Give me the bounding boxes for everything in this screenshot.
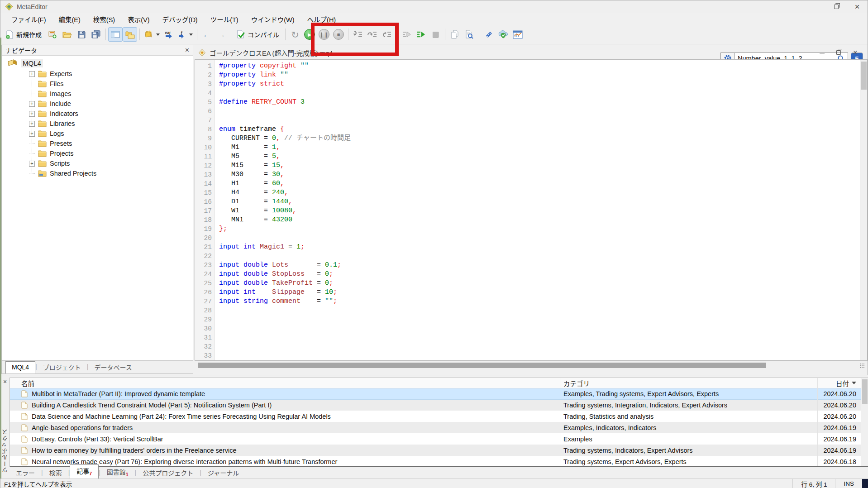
save-button[interactable] <box>74 27 89 42</box>
editor-panel: ゴールデンクロスEA (超入門-完成版).mq4 × 1234567891011… <box>195 46 868 369</box>
toolbox-tab-記事[interactable]: 記事7 <box>70 464 99 479</box>
toolbox-tab-図書館[interactable]: 図書館1 <box>100 466 135 479</box>
menu-item[interactable]: ファイル(F) <box>5 13 52 25</box>
editor-tab-title[interactable]: ゴールデンクロスEA (超入門-完成版).mq4 <box>210 48 333 57</box>
styler-button[interactable] <box>482 27 496 42</box>
templates-button[interactable] <box>142 27 162 42</box>
restart-button[interactable]: ↻ <box>288 27 302 42</box>
article-row[interactable]: Multibot in MetaTrader (Part II): Improv… <box>10 388 868 400</box>
profiler-button[interactable] <box>448 27 462 42</box>
tree-item-images[interactable]: Images <box>2 89 193 99</box>
tree-item-scripts[interactable]: +Scripts <box>2 158 193 168</box>
step-over-button[interactable] <box>365 27 380 42</box>
tree-item-shared-projects[interactable]: Shared Projects <box>2 168 193 178</box>
close-button[interactable]: × <box>847 0 868 13</box>
tree-item-libraries[interactable]: +Libraries <box>2 119 193 129</box>
code-editor[interactable]: 1234567891011121314151617181920212223242… <box>195 59 868 361</box>
menu-item[interactable]: ウインドウ(W) <box>245 13 301 25</box>
back-button[interactable]: ← <box>200 27 214 42</box>
articles-scrollbar-thumb[interactable] <box>862 379 868 404</box>
mql4-book-icon <box>7 58 17 67</box>
toggle-navigator-button[interactable] <box>108 27 123 42</box>
article-date-cell: 2024.06.20 <box>817 402 861 409</box>
restore-button[interactable] <box>826 0 847 13</box>
code-line <box>219 315 867 324</box>
toolbox-tab-エラー[interactable]: エラー <box>10 467 41 479</box>
menu-item[interactable]: 編集(E) <box>52 13 87 25</box>
article-row[interactable]: Angle-based operations for tradersExampl… <box>10 422 868 434</box>
tree-item-files[interactable]: Files <box>2 79 193 89</box>
line-number: 33 <box>195 351 212 360</box>
navigator-close-icon[interactable]: × <box>185 47 189 54</box>
code-line: #property link "" <box>219 71 867 80</box>
toolbox-tab-検索[interactable]: 検索 <box>43 467 68 479</box>
column-header-name[interactable]: 名前 <box>10 378 561 388</box>
step-into-button[interactable] <box>351 27 365 42</box>
pause-button[interactable]: ❙❙ <box>317 27 331 42</box>
editor-vertical-scrollbar[interactable] <box>860 60 867 360</box>
toggle-toolbox-button[interactable] <box>123 27 137 42</box>
article-row[interactable]: Neural networks made easy (Part 76): Exp… <box>10 456 868 467</box>
tree-item-include[interactable]: +Include <box>2 99 193 109</box>
article-row[interactable]: DoEasy. Controls (Part 33): Vertical Scr… <box>10 434 868 445</box>
menu-item[interactable]: 検索(S) <box>87 13 121 25</box>
chart-window-icon <box>513 30 523 39</box>
line-number: 30 <box>195 324 212 333</box>
mdi-minimize-icon[interactable] <box>820 53 825 53</box>
menu-item[interactable]: 表示(V) <box>121 13 156 25</box>
articles-vertical-scrollbar[interactable] <box>861 378 868 467</box>
editor-horizontal-scrollbar[interactable] <box>195 362 868 369</box>
storage-button[interactable] <box>496 27 510 42</box>
column-header-date[interactable]: 日付 <box>817 378 861 388</box>
tree-root-mql4[interactable]: MQL4 <box>2 57 193 69</box>
compile-button[interactable]: コンパイル <box>234 27 283 42</box>
navigator-tab-プロジェクト[interactable]: プロジェクト <box>37 361 87 373</box>
new-file-button[interactable]: 新規作成 <box>3 27 45 42</box>
menu-item[interactable]: ツール(T) <box>204 13 245 25</box>
navigator-tab-データベース[interactable]: データベース <box>88 361 138 373</box>
new-project-button[interactable] <box>45 27 60 42</box>
tree-item-experts[interactable]: +Experts <box>2 69 193 79</box>
menu-item[interactable]: ヘルプ(H) <box>301 13 343 25</box>
tree-item-label: Shared Projects <box>50 170 96 177</box>
save-all-button[interactable] <box>89 27 103 42</box>
toolbox-close-icon[interactable]: × <box>0 378 10 385</box>
continue-button[interactable] <box>414 27 428 42</box>
tree-item-logs[interactable]: +Logs <box>2 129 193 139</box>
article-doc-icon <box>21 402 28 409</box>
terminal-button[interactable] <box>510 27 525 42</box>
run-to-cursor-button[interactable] <box>399 27 414 42</box>
line-number: 6 <box>195 107 212 116</box>
tree-item-indicators[interactable]: +Indicators <box>2 109 193 119</box>
toolbox-tab-公共プロジェクト[interactable]: 公共プロジェクト <box>136 467 200 479</box>
vertical-scrollbar-thumb[interactable] <box>861 62 867 90</box>
tree-item-projects[interactable]: Projects <box>2 148 193 158</box>
toolbox-tab-ジャーナル[interactable]: ジャーナル <box>201 467 245 479</box>
article-row[interactable]: Data Science and Machine Learning (Part … <box>10 411 868 422</box>
navigator-tab-MQL4[interactable]: MQL4 <box>5 361 35 373</box>
forward-button[interactable]: → <box>214 27 229 42</box>
toolbox-panel: × ツールボックス 名前 カテゴリ 日付 Multibot in MetaTra… <box>0 375 868 478</box>
navigator-panel: ナビゲータ × MQL4 +ExpertsFilesImages+Include… <box>1 45 193 374</box>
horizontal-scrollbar-thumb[interactable] <box>198 363 766 368</box>
stop-debugger-button[interactable] <box>428 27 443 42</box>
step-out-button[interactable] <box>380 27 394 42</box>
column-header-category[interactable]: カテゴリ <box>561 378 817 388</box>
add-variable-button[interactable]: var <box>162 27 176 42</box>
start-debug-button[interactable]: ▶ <box>302 27 317 42</box>
toolbar: 新規作成 var f <box>0 25 868 44</box>
stop-button[interactable]: ■ <box>331 27 346 42</box>
search-in-files-button[interactable] <box>462 27 477 42</box>
code-line: CURRENT = 0, // チャートの時間足 <box>219 134 867 143</box>
mdi-close-icon[interactable]: × <box>853 49 858 56</box>
minimize-button[interactable] <box>805 0 826 13</box>
tree-item-presets[interactable]: Presets <box>2 139 193 148</box>
menu-item[interactable]: デバッグ(D) <box>156 13 204 25</box>
open-file-button[interactable] <box>60 27 74 42</box>
article-row[interactable]: How to earn money by fulfilling traders'… <box>10 445 868 456</box>
mdi-restore-icon[interactable] <box>836 50 841 55</box>
add-function-button[interactable]: f <box>176 27 195 42</box>
article-row[interactable]: Building A Candlestick Trend Constraint … <box>10 400 868 411</box>
article-doc-icon <box>21 413 28 420</box>
resize-grip <box>859 363 865 368</box>
